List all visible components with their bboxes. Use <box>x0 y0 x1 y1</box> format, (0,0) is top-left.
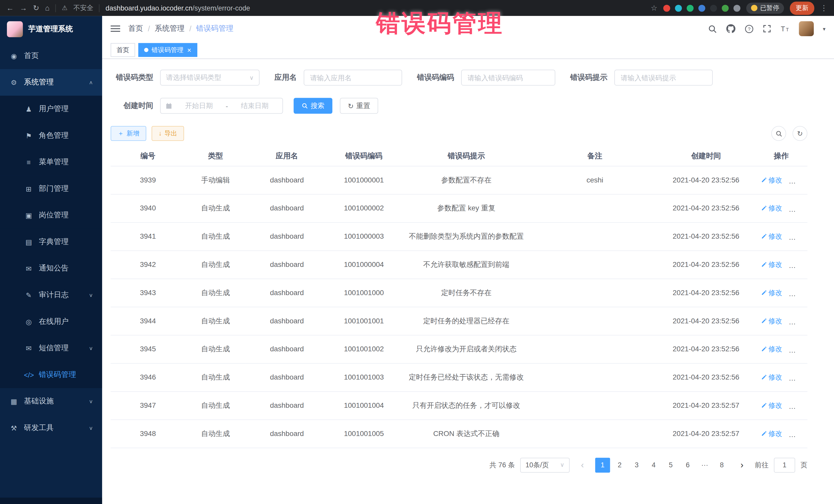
sidebar-item[interactable]: ⊞ 部门管理 <box>0 176 102 202</box>
search-icon[interactable] <box>708 24 717 33</box>
page-button[interactable]: 3 <box>629 458 644 473</box>
update-button[interactable]: 更新 <box>790 1 814 15</box>
bookmark-star-icon[interactable]: ☆ <box>651 4 657 12</box>
reset-button[interactable]: ↻ 重置 <box>340 98 378 114</box>
edit-link[interactable]: 修改 <box>760 344 782 354</box>
back-icon[interactable]: ← <box>6 4 14 12</box>
extension-leaf-green-icon[interactable] <box>722 5 729 12</box>
extension-dot-red-icon[interactable] <box>663 5 670 12</box>
sidebar-item-label: 部门管理 <box>39 184 68 194</box>
sidebar-item[interactable]: ◉ 首页 <box>0 43 102 69</box>
sidebar-item[interactable]: ▤ 字典管理 <box>0 229 102 255</box>
edit-link[interactable]: 修改 <box>760 260 782 269</box>
page-button[interactable]: 1 <box>595 458 610 473</box>
sidebar-item[interactable]: ⚙ 系统管理 <box>0 69 102 96</box>
extension-dot-teal-icon[interactable] <box>675 5 682 12</box>
browser-menu-icon[interactable]: ⋮ <box>820 4 828 12</box>
cell-hint: 定时任务不存在 <box>400 279 533 307</box>
edit-link[interactable]: 修改 <box>760 400 782 410</box>
tab-close-icon[interactable]: × <box>187 46 192 53</box>
home-icon[interactable]: ⌂ <box>45 4 50 12</box>
extension-dark-on-icon[interactable] <box>710 5 717 12</box>
sidebar-item[interactable]: ◎ 在线用户 <box>0 308 102 335</box>
breadcrumb-item[interactable]: 首页 / <box>128 24 155 34</box>
code-input[interactable] <box>461 69 555 85</box>
edit-link[interactable]: 修改 <box>760 288 782 298</box>
edit-link[interactable]: 修改 <box>760 175 782 185</box>
forward-icon[interactable]: → <box>20 4 27 12</box>
edit-link[interactable]: 修改 <box>760 232 782 241</box>
extension-grid-blue-icon[interactable] <box>698 5 705 12</box>
filter-row-1: 错误码类型 请选择错误码类型 ∨ 应用名 错误码编码 错误码提示 <box>111 69 807 85</box>
table-row: 3947 自动生成 dashboard 1001001004 只有开启状态的任务… <box>111 391 807 420</box>
next-page-button[interactable]: › <box>734 458 749 473</box>
refresh-table-button[interactable]: ↻ <box>792 126 807 141</box>
avatar-dropdown-caret-icon[interactable]: ▾ <box>823 26 825 31</box>
edit-link[interactable]: 修改 <box>760 203 782 213</box>
help-icon[interactable]: ? <box>745 24 754 33</box>
cell-code: 1001001005 <box>328 420 400 448</box>
breadcrumb-item[interactable]: 系统管理 / <box>155 24 196 34</box>
font-size-icon[interactable]: TT <box>781 24 790 33</box>
sidebar-item[interactable]: ⚒ 研发工具 <box>0 415 102 441</box>
page-button[interactable]: 4 <box>646 458 661 473</box>
avatar[interactable] <box>799 21 814 36</box>
cell-remark <box>533 307 657 335</box>
code-label: 错误码编码 <box>417 73 454 82</box>
goto-page-input[interactable] <box>774 458 795 473</box>
page-button[interactable]: 5 <box>663 458 678 473</box>
page-button[interactable]: 8 <box>715 458 729 473</box>
cell-time: 2021-04-20 23:52:56 <box>657 307 755 335</box>
page-size-select[interactable]: 10条/页 ∨ <box>520 458 570 473</box>
cell-id: 3947 <box>111 391 185 420</box>
sidebar-item[interactable]: ✉ 通知公告 <box>0 255 102 282</box>
date-range-picker[interactable]: 开始日期 - 结束日期 <box>160 98 283 114</box>
cell-code: 1001001004 <box>328 391 400 420</box>
edit-link[interactable]: 修改 <box>760 316 782 326</box>
edit-link[interactable]: 修改 <box>760 372 782 382</box>
cell-operations: 修改 删除 <box>755 335 808 363</box>
address-bar[interactable]: dashboard.yudao.iocoder.cn/system/error-… <box>106 4 250 12</box>
app-input[interactable] <box>304 69 402 85</box>
toolbar-right: ↻ <box>771 126 807 141</box>
sidebar-item[interactable]: ✉ 短信管理 <box>0 335 102 361</box>
page-button[interactable]: 2 <box>612 458 627 473</box>
sidebar-item[interactable]: ♟ 用户管理 <box>0 96 102 123</box>
refresh-icon[interactable]: ↻ <box>33 4 39 12</box>
github-icon[interactable] <box>726 24 736 34</box>
toggle-search-button[interactable] <box>771 126 786 141</box>
sidebar-item[interactable]: ✎ 审计日志 <box>0 282 102 308</box>
paused-badge[interactable]: 已暂停 <box>746 2 784 14</box>
search-button[interactable]: 搜索 <box>293 98 332 114</box>
page-tab[interactable]: 错误码管理 × <box>138 43 197 57</box>
sidebar-item[interactable]: ⚑ 角色管理 <box>0 122 102 149</box>
hamburger-icon[interactable] <box>111 24 120 33</box>
app-logo[interactable]: 芋道管理系统 <box>0 16 102 43</box>
sidebar-item[interactable]: ▦ 基础设施 <box>0 388 102 415</box>
breadcrumb-item[interactable]: 错误码管理 / <box>196 24 233 34</box>
chevron-icon <box>89 398 93 404</box>
fullscreen-icon[interactable] <box>763 24 771 33</box>
edit-link[interactable]: 修改 <box>760 429 782 438</box>
column-header: 编号 <box>111 147 185 166</box>
sidebar-item[interactable]: ≡ 菜单管理 <box>0 149 102 176</box>
security-label[interactable]: 不安全 <box>73 3 93 12</box>
add-button[interactable]: ＋ 新增 <box>111 126 146 141</box>
pagination: 共 76 条 10条/页 ∨ ‹ 123456···8 › 前往 页 <box>111 458 807 473</box>
sidebar-item[interactable]: </> 错误码管理 <box>0 361 102 388</box>
tabs-bar: 首页 × 错误码管理 × <box>102 42 834 59</box>
browser-chrome: ← → ↻ ⌂ ⚠ 不安全 dashboard.yudao.iocoder.cn… <box>0 0 834 16</box>
type-select[interactable]: 请选择错误码类型 ∨ <box>160 69 260 85</box>
page-button[interactable]: ··· <box>697 458 712 473</box>
total-count: 共 76 条 <box>490 460 515 469</box>
page-button[interactable]: 6 <box>680 458 695 473</box>
prev-page-button[interactable]: ‹ <box>575 458 590 473</box>
extension-check-green-icon[interactable] <box>687 5 694 12</box>
dict-icon: ▤ <box>24 238 34 246</box>
hint-input[interactable] <box>614 69 712 85</box>
page-tab[interactable]: 首页 × <box>111 43 135 57</box>
sidebar-item[interactable]: ▣ 岗位管理 <box>0 202 102 229</box>
export-button[interactable]: ↓ 导出 <box>152 126 184 141</box>
extension-puzzle-icon[interactable] <box>733 5 740 12</box>
sidebar-item-label: 菜单管理 <box>39 157 68 167</box>
